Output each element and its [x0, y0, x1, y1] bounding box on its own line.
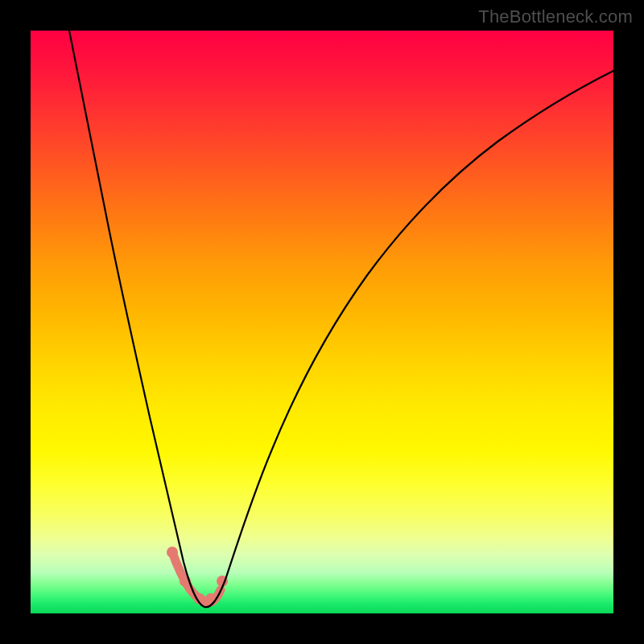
curve-svg	[31, 31, 613, 613]
highlight-dot	[205, 593, 217, 605]
bottleneck-curve	[69, 31, 613, 607]
plot-area	[31, 31, 613, 613]
chart-container: TheBottleneck.com	[0, 0, 644, 644]
highlight-dot	[167, 547, 178, 558]
watermark: TheBottleneck.com	[478, 6, 633, 27]
